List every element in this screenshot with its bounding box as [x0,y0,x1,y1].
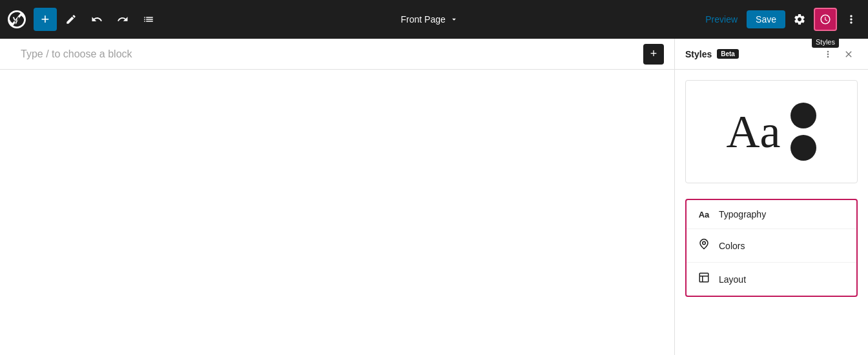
page-title-button[interactable]: Front Page [395,10,465,28]
sidebar-close-button[interactable] [840,45,858,63]
pen-button[interactable] [59,8,83,31]
preview-button[interactable]: Preview [699,10,744,28]
editor-toolbar: Type / to choose a block + [0,39,674,70]
sidebar-header-right [819,45,858,63]
beta-badge: Beta [717,49,739,59]
sidebar-title: Styles [685,49,712,59]
redo-button[interactable] [111,8,134,31]
styles-button[interactable]: Styles [814,8,837,31]
toolbar-right: Preview Save Styles [699,8,863,31]
page-title-text: Front Page [401,14,446,25]
layout-option[interactable]: Layout [687,263,856,296]
preview-dot-1 [790,103,816,128]
typography-label: Typography [719,209,766,219]
editor-placeholder: Type / to choose a block [10,39,143,73]
styles-options-card: Aa Typography Colors Layout [685,199,858,297]
preview-dot-2 [790,135,816,161]
styles-sidebar: Styles Beta Aa Aa [674,39,868,355]
layout-label: Layout [719,274,746,285]
colors-icon [697,238,711,253]
add-block-button[interactable]: + [34,8,57,31]
main-toolbar: + Front Page Preview Save Styles [0,0,868,39]
settings-button[interactable] [788,8,811,31]
toolbar-center: Front Page [163,10,696,28]
main-area: Type / to choose a block + Styles Beta [0,39,868,355]
save-button[interactable]: Save [747,10,785,28]
colors-option[interactable]: Colors [687,229,856,263]
list-view-button[interactable] [137,8,160,31]
more-options-button[interactable] [840,8,863,31]
undo-button[interactable] [85,8,108,31]
add-block-inline-button[interactable]: + [643,44,664,65]
sidebar-header: Styles Beta [675,39,868,70]
typography-option[interactable]: Aa Typography [687,200,856,229]
editor-canvas: Type / to choose a block + [0,39,674,355]
preview-dots [790,103,816,161]
preview-typography-sample: Aa [727,108,781,155]
colors-label: Colors [719,241,745,251]
sidebar-more-button[interactable] [819,45,837,63]
add-icon: + [41,11,50,28]
layout-icon [697,272,711,287]
sidebar-header-left: Styles Beta [685,49,739,59]
typography-icon: Aa [697,210,711,219]
wp-logo[interactable] [5,8,28,31]
svg-rect-0 [699,273,708,282]
styles-preview-card: Aa [685,80,858,183]
